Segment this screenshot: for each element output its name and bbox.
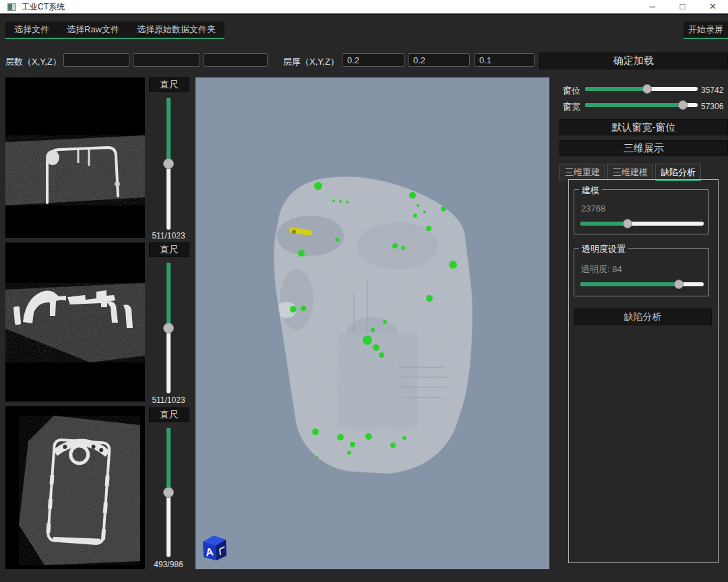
slider-track — [585, 87, 698, 91]
window-controls: ─ □ ✕ — [637, 0, 728, 13]
close-button[interactable]: ✕ — [698, 0, 728, 13]
app-window: 工业CT系统 ─ □ ✕ 选择文件 选择Raw文件 选择原始数据文件夹 开始录屏… — [0, 0, 728, 582]
ruler-button-top[interactable]: 直尺 — [149, 77, 189, 92]
defect-analysis-button[interactable]: 缺陷分析 — [574, 309, 712, 325]
ct-slice-view-bottom[interactable] — [5, 406, 145, 569]
default-ww-wl-button[interactable]: 默认窗宽-窗位 — [559, 119, 728, 135]
ct-slice-view-middle[interactable] — [5, 243, 145, 401]
slider-handle[interactable] — [163, 158, 174, 169]
maximize-button[interactable]: □ — [667, 0, 698, 13]
slider-handle[interactable] — [163, 323, 174, 333]
layers-y-input[interactable] — [133, 53, 200, 67]
opacity-group-title: 透明度设置 — [579, 243, 628, 255]
modeling-group-title: 建模 — [579, 185, 602, 197]
slider-fill — [166, 428, 171, 492]
window-title: 工业CT系统 — [22, 1, 65, 13]
slider-fill — [580, 282, 679, 286]
layers-x-input[interactable] — [63, 53, 129, 67]
thickness-z-input[interactable] — [474, 53, 535, 67]
titlebar: 工业CT系统 ─ □ ✕ — [0, 0, 728, 15]
modeling-value: 23768 — [581, 203, 605, 214]
slice-counter-bottom: 493/986 — [144, 560, 193, 569]
opacity-slider[interactable] — [580, 279, 704, 290]
ruler-button-middle[interactable]: 直尺 — [149, 243, 189, 257]
layers-z-input[interactable] — [204, 53, 268, 67]
slider-fill — [166, 98, 171, 164]
slider-fill — [585, 103, 683, 107]
minimize-button[interactable]: ─ — [637, 0, 667, 13]
app-icon — [7, 3, 16, 11]
ct-slice-view-top[interactable] — [5, 77, 145, 238]
select-raw-file-button[interactable]: 选择Raw文件 — [58, 22, 128, 38]
window-width-slider[interactable] — [585, 100, 698, 110]
slider-fill — [580, 222, 628, 226]
window-level-label: 窗位 — [563, 85, 580, 97]
thickness-xyz-label: 层厚（X,Y,Z） — [283, 56, 339, 68]
model-3d-render — [195, 77, 549, 569]
thickness-x-input[interactable] — [342, 53, 404, 67]
slice-counter-middle: 511/1023 — [144, 395, 193, 405]
brand-cube-icon[interactable]: A — [199, 532, 229, 562]
slice-slider-bottom[interactable] — [163, 428, 174, 557]
viewport-3d[interactable]: A — [195, 77, 549, 569]
ct-slice-image-top — [5, 77, 145, 238]
slice-slider-middle[interactable] — [163, 263, 174, 393]
opacity-value-label: 透明度: 84 — [581, 263, 622, 276]
slider-handle[interactable] — [674, 280, 684, 289]
slider-track — [580, 282, 704, 286]
window-level-slider[interactable] — [585, 84, 698, 94]
window-level-value: 35742 — [701, 86, 723, 95]
window-width-value: 57306 — [701, 102, 723, 111]
slice-slider-top[interactable] — [163, 98, 174, 230]
slider-handle[interactable] — [163, 487, 174, 498]
slider-track — [580, 222, 704, 226]
thickness-y-input[interactable] — [408, 53, 470, 67]
window-width-label: 窗宽 — [563, 101, 580, 113]
slider-fill — [585, 87, 647, 91]
ruler-button-bottom[interactable]: 直尺 — [149, 408, 189, 422]
slider-handle[interactable] — [623, 219, 632, 228]
defect-analysis-panel — [568, 179, 719, 563]
ct-slice-image-bottom — [5, 406, 145, 569]
select-file-button[interactable]: 选择文件 — [5, 22, 58, 38]
confirm-load-button[interactable]: 确定加载 — [539, 53, 728, 69]
slice-counter-top: 511/1023 — [144, 231, 193, 240]
three-d-display-button[interactable]: 三维展示 — [559, 140, 728, 156]
select-raw-data-folder-button[interactable]: 选择原始数据文件夹 — [128, 22, 224, 38]
file-toolbar: 选择文件 选择Raw文件 选择原始数据文件夹 — [5, 22, 224, 39]
slider-fill — [166, 263, 171, 328]
start-screen-record-button[interactable]: 开始录屏 — [684, 22, 728, 39]
slider-handle[interactable] — [642, 84, 652, 94]
ct-slice-image-middle — [5, 243, 145, 401]
layers-xyz-label: 层数（X,Y,Z） — [5, 56, 61, 68]
slider-handle[interactable] — [678, 100, 688, 110]
modeling-slider[interactable] — [580, 218, 704, 229]
